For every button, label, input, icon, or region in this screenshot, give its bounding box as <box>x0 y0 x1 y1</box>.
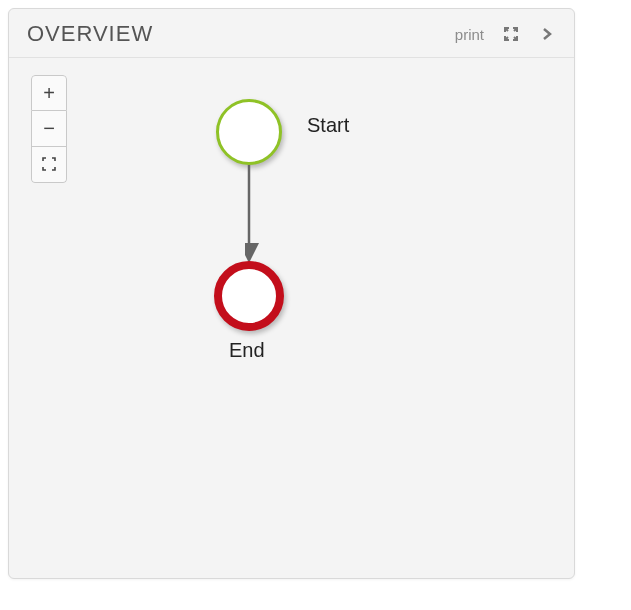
panel-title: OVERVIEW <box>27 21 153 47</box>
panel-header: OVERVIEW print <box>9 9 574 58</box>
start-node-label: Start <box>307 114 349 137</box>
panel-actions: print <box>455 25 556 43</box>
print-link[interactable]: print <box>455 26 484 43</box>
expand-icon[interactable] <box>502 25 520 43</box>
diagram-canvas[interactable]: Start End <box>9 59 574 578</box>
start-node[interactable] <box>216 99 282 165</box>
end-node[interactable] <box>214 261 284 331</box>
overview-panel: OVERVIEW print + − <box>8 8 575 579</box>
end-node-label: End <box>229 339 265 362</box>
edge-arrow <box>245 165 265 265</box>
chevron-right-icon[interactable] <box>538 25 556 43</box>
